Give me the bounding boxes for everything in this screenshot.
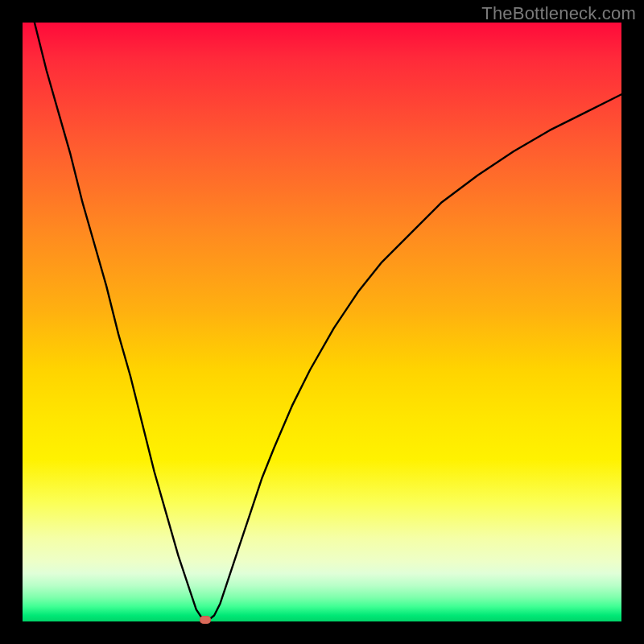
plot-area [23,23,621,621]
optimal-point-marker [200,616,211,624]
chart-frame: TheBottleneck.com [0,0,644,644]
watermark-text: TheBottleneck.com [481,3,636,24]
bottleneck-curve [35,23,621,621]
curve-layer [23,23,621,621]
